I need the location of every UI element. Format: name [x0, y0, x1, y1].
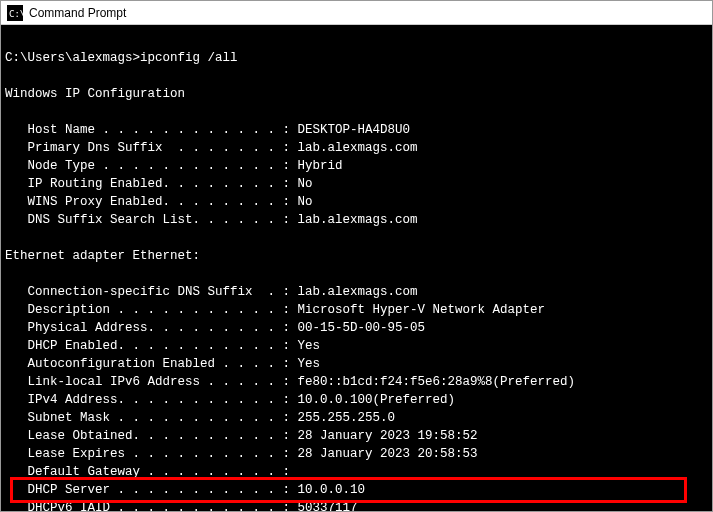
command-prompt-window: C:\ Command Prompt C:\Users\alexmags>ipc…: [0, 0, 713, 512]
description-line: Description . . . . . . . . . . . : Micr…: [5, 303, 545, 317]
window-title: Command Prompt: [29, 6, 126, 20]
ipv4-line: IPv4 Address. . . . . . . . . . . : 10.0…: [5, 393, 455, 407]
titlebar[interactable]: C:\ Command Prompt: [1, 1, 712, 25]
dns-suffix-list-line: DNS Suffix Search List. . . . . . : lab.…: [5, 213, 418, 227]
node-type-line: Node Type . . . . . . . . . . . . : Hybr…: [5, 159, 343, 173]
dhcp-enabled-line: DHCP Enabled. . . . . . . . . . . : Yes: [5, 339, 320, 353]
conn-suffix-line: Connection-specific DNS Suffix . : lab.a…: [5, 285, 418, 299]
subnet-line: Subnet Mask . . . . . . . . . . . : 255.…: [5, 411, 395, 425]
primary-dns-suffix-line: Primary Dns Suffix . . . . . . . : lab.a…: [5, 141, 418, 155]
default-gw-line: Default Gateway . . . . . . . . . :: [5, 465, 290, 479]
dhcpv6-iaid-line: DHCPv6 IAID . . . . . . . . . . . : 5033…: [5, 501, 358, 511]
adapter-header: Ethernet adapter Ethernet:: [5, 249, 200, 263]
link-local-line: Link-local IPv6 Address . . . . . : fe80…: [5, 375, 575, 389]
autoconfig-line: Autoconfiguration Enabled . . . . : Yes: [5, 357, 320, 371]
terminal-output[interactable]: C:\Users\alexmags>ipconfig /all Windows …: [1, 25, 712, 511]
prompt-command: ipconfig /all: [140, 51, 238, 65]
ipconfig-header: Windows IP Configuration: [5, 87, 185, 101]
lease-obtained-line: Lease Obtained. . . . . . . . . . : 28 J…: [5, 429, 478, 443]
cmd-icon: C:\: [7, 5, 23, 21]
lease-expires-line: Lease Expires . . . . . . . . . . : 28 J…: [5, 447, 478, 461]
svg-text:C:\: C:\: [9, 9, 23, 19]
host-name-line: Host Name . . . . . . . . . . . . : DESK…: [5, 123, 410, 137]
physical-addr-line: Physical Address. . . . . . . . . : 00-1…: [5, 321, 425, 335]
prompt-path: C:\Users\alexmags>: [5, 51, 140, 65]
wins-proxy-line: WINS Proxy Enabled. . . . . . . . : No: [5, 195, 313, 209]
ip-routing-line: IP Routing Enabled. . . . . . . . : No: [5, 177, 313, 191]
dhcp-server-line: DHCP Server . . . . . . . . . . . : 10.0…: [5, 483, 365, 497]
